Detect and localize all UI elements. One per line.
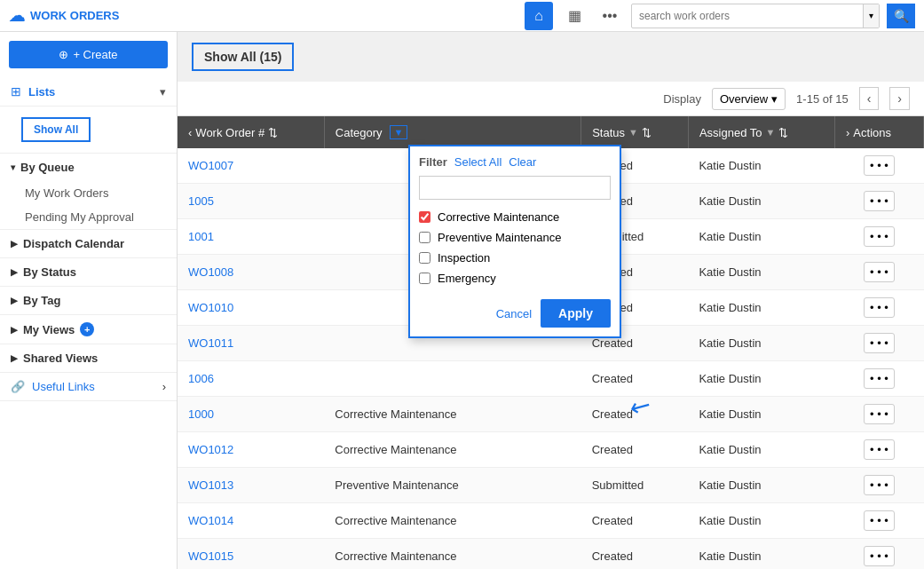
by-status-item[interactable]: ▶ By Status (0, 258, 177, 286)
cell-actions: • • • (835, 397, 924, 432)
row-actions-button[interactable]: • • • (864, 510, 895, 531)
app-name: WORK ORDERS (30, 9, 119, 22)
add-view-icon[interactable]: + (80, 322, 94, 336)
create-button[interactable]: ⊕ + Create (9, 41, 168, 68)
col-work-order: ‹ Work Order # ⇅ (178, 116, 324, 148)
filter-checkbox-inspection[interactable] (419, 252, 430, 264)
top-nav: ☁ WORK ORDERS ⌂ ▦ ••• ▾ 🔍 (0, 0, 924, 32)
row-actions-button[interactable]: • • • (864, 368, 895, 389)
sort-status-icon[interactable]: ⇅ (642, 126, 652, 139)
cell-status: Created (581, 361, 689, 397)
search-container: ▾ (631, 4, 880, 28)
chevron-right-icon: ▶ (11, 267, 18, 277)
table-row: WO1015 Corrective Maintenance Created Ka… (178, 539, 924, 570)
cell-assigned: Katie Dustin (688, 361, 834, 397)
sort-icon[interactable]: ⇅ (268, 126, 278, 139)
show-all-button[interactable]: Show All (21, 117, 91, 142)
filter-option-preventive[interactable]: Preventive Maintenance (419, 227, 611, 248)
status-filter-icon[interactable]: ▼ (628, 127, 638, 138)
row-actions-button[interactable]: • • • (864, 191, 895, 211)
chevron-right-icon: ▶ (11, 353, 18, 363)
cell-assigned: Katie Dustin (688, 184, 834, 219)
table-row: WO1012 Corrective Maintenance Created Ka… (178, 432, 924, 468)
cell-assigned: Katie Dustin (688, 539, 834, 570)
filter-search-input[interactable] (419, 176, 611, 200)
row-actions-button[interactable]: • • • (864, 155, 895, 176)
col-assigned-label: Assigned To (699, 126, 762, 139)
filter-option-corrective[interactable]: Corrective Maintenance (419, 207, 611, 227)
cell-actions: • • • (835, 503, 924, 539)
category-filter-icon[interactable]: ▼ (390, 125, 408, 139)
row-actions-button[interactable]: • • • (864, 439, 895, 460)
content-area: Show All (15) Display Overview ▾ 1-15 of… (178, 32, 924, 569)
filter-label-inspection: Inspection (438, 251, 490, 265)
filter-label-preventive: Preventive Maintenance (438, 231, 561, 244)
row-actions-button[interactable]: • • • (864, 226, 895, 247)
cell-assigned: Katie Dustin (688, 255, 834, 290)
select-all-link[interactable]: Select All (454, 155, 501, 169)
link-icon: 🔗 (11, 380, 25, 393)
cell-assigned: Katie Dustin (688, 468, 834, 503)
cell-actions: • • • (835, 326, 924, 361)
chevron-down-icon: ▾ (160, 85, 166, 99)
lists-section: ⊞ Lists ▾ Show All (0, 77, 177, 154)
display-dropdown[interactable]: Overview ▾ (712, 88, 786, 110)
useful-links-label: Useful Links (32, 380, 95, 393)
cancel-button[interactable]: Cancel (496, 307, 532, 320)
by-tag-item[interactable]: ▶ By Tag (0, 287, 177, 314)
cell-actions: • • • (835, 184, 924, 219)
row-actions-button[interactable]: • • • (864, 333, 895, 353)
useful-links-item[interactable]: 🔗 Useful Links › (0, 373, 177, 400)
filter-checkbox-corrective[interactable] (419, 211, 430, 223)
search-button[interactable]: 🔍 (887, 4, 915, 28)
page-info: 1-15 of 15 (796, 92, 849, 106)
cell-assigned: Katie Dustin (688, 326, 834, 361)
prev-page-button[interactable]: ‹ (859, 87, 880, 110)
apply-button[interactable]: Apply (541, 299, 611, 328)
dispatch-calendar-section: ▶ Dispatch Calendar (0, 230, 177, 258)
next-page-button[interactable]: › (889, 87, 910, 110)
col-category: Category ▼ (324, 116, 580, 148)
chevron-right-icon: ▶ (11, 296, 18, 305)
shared-views-item[interactable]: ▶ Shared Views (0, 344, 177, 372)
cell-actions: • • • (835, 290, 924, 326)
row-actions-button[interactable]: • • • (864, 475, 895, 495)
cell-category: Corrective Maintenance (324, 432, 580, 468)
assigned-filter-icon[interactable]: ▼ (766, 127, 776, 138)
search-dropdown-button[interactable]: ▾ (863, 4, 879, 28)
cell-work-order-id: WO1014 (178, 503, 324, 539)
clear-link[interactable]: Clear (509, 155, 536, 169)
home-button[interactable]: ⌂ (525, 2, 553, 30)
filter-option-emergency[interactable]: Emergency (419, 268, 611, 288)
lists-header[interactable]: ⊞ Lists ▾ (0, 77, 177, 107)
cell-actions: • • • (835, 468, 924, 503)
col-category-label: Category (336, 126, 383, 139)
by-queue-group[interactable]: ▾ By Queue (0, 154, 177, 181)
row-actions-button[interactable]: • • • (864, 546, 895, 566)
row-actions-button[interactable]: • • • (864, 262, 895, 282)
cell-assigned: Katie Dustin (688, 503, 834, 539)
app-logo: ☁ WORK ORDERS (9, 6, 119, 26)
filter-checkbox-emergency[interactable] (419, 273, 430, 284)
sort-assigned-icon[interactable]: ⇅ (778, 126, 788, 139)
cell-work-order-id: 1001 (178, 219, 324, 255)
sidebar-item-my-work-orders[interactable]: My Work Orders (0, 181, 177, 205)
more-options-button[interactable]: ••• (596, 2, 624, 30)
row-actions-button[interactable]: • • • (864, 297, 895, 318)
row-actions-button[interactable]: • • • (864, 404, 895, 424)
cell-actions: • • • (835, 219, 924, 255)
search-input[interactable] (632, 10, 863, 22)
cell-actions: • • • (835, 255, 924, 290)
col-work-order-label: Work Order # (195, 126, 265, 139)
cell-status: Created (581, 539, 689, 570)
filter-checkbox-preventive[interactable] (419, 232, 430, 243)
filter-option-inspection[interactable]: Inspection (419, 248, 611, 268)
grid-icon: ⊞ (11, 84, 21, 99)
shared-views-label: Shared Views (23, 352, 98, 365)
dispatch-calendar-item[interactable]: ▶ Dispatch Calendar (0, 230, 177, 257)
sidebar-item-pending-approval[interactable]: Pending My Approval (0, 205, 177, 229)
bar-chart-button[interactable]: ▦ (560, 2, 588, 30)
my-views-item[interactable]: ▶ My Views + (0, 315, 177, 344)
filter-actions: Cancel Apply (419, 299, 611, 328)
by-tag-label: By Tag (23, 294, 60, 307)
